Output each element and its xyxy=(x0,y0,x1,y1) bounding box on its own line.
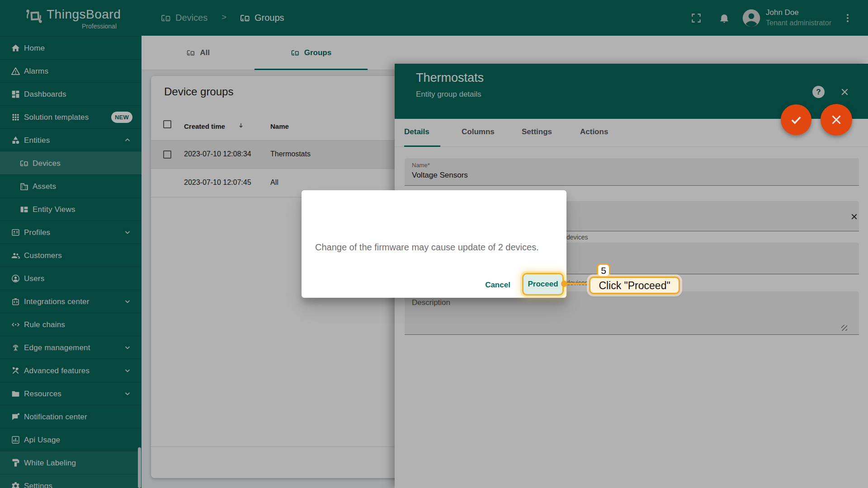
cancel-button[interactable]: Cancel xyxy=(481,276,515,294)
thingsboard-app: ThingsBoard Professional Home Alarms Das… xyxy=(0,0,868,488)
annotation-step-badge: 5 xyxy=(597,263,610,277)
confirm-firmware-dialog: Change of the firmware may cause update … xyxy=(302,190,566,298)
apply-changes-fab[interactable] xyxy=(781,104,811,135)
annotation-connector-dot xyxy=(561,281,567,287)
annotation-tooltip: Click "Proceed" xyxy=(589,277,680,294)
annotation-connector-line xyxy=(565,283,590,285)
discard-changes-fab[interactable] xyxy=(821,104,852,136)
close-icon xyxy=(829,112,844,127)
check-icon xyxy=(788,112,804,127)
proceed-button[interactable]: Proceed xyxy=(522,273,564,296)
dialog-message: Change of the firmware may cause update … xyxy=(315,242,555,253)
